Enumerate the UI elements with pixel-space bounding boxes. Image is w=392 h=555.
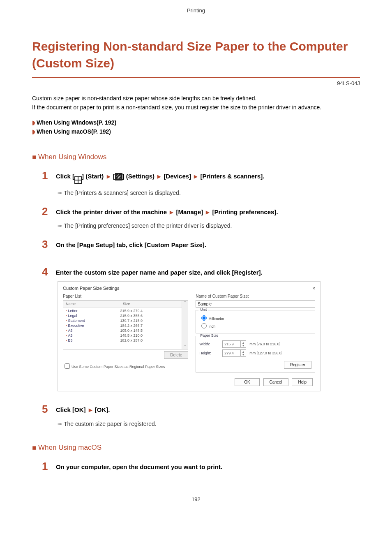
step1-mid1: ] (Start) [82, 173, 106, 180]
paper-list-row[interactable]: B5182.0 x 257.0 [63, 338, 188, 343]
svg-point-0 [118, 176, 120, 178]
close-icon[interactable]: × [313, 286, 315, 291]
triangle-right-icon: ▶ [89, 407, 92, 412]
step-mac-1-text: On your computer, open the document you … [56, 461, 222, 472]
result-arrow-icon: ➠ [58, 421, 62, 427]
paper-size-group-label: Paper Size [198, 333, 220, 338]
section-windows-heading: ◼When Using Windows [32, 153, 360, 161]
toc-windows-label: When Using Windows(P. 192) [37, 119, 116, 126]
step-5-text: Click [OK] ▶ [OK]. [56, 404, 110, 415]
square-bullet-icon: ◼ [32, 154, 37, 160]
step-1-note: ➠The [Printers & scanners] screen is dis… [58, 190, 360, 196]
paper-row-name: Statement [66, 319, 120, 323]
triangle-right-icon: ▶ [157, 174, 161, 179]
paper-row-name: B5 [66, 338, 120, 342]
page-title: Registering Non-standard Size Paper to t… [32, 38, 360, 78]
width-range: mm [76.0 to 216.0] [249, 342, 280, 346]
toc-link-macos[interactable]: ◗When Using macOS(P. 192) [32, 127, 360, 136]
step5-b: [OK]. [93, 406, 110, 413]
regional-checkbox-label: Use Some Custom Paper Sizes as Regional … [71, 365, 165, 369]
paper-list-row[interactable]: A5148.5 x 210.0 [63, 333, 188, 338]
step-3-text: On the [Page Setup] tab, click [Custom P… [56, 239, 206, 250]
play-bullet-icon: ◗ [32, 119, 35, 126]
step-number-5: 5 [42, 404, 50, 414]
step5-a: Click [OK] [56, 406, 88, 413]
regional-checkbox[interactable] [65, 363, 70, 369]
paper-row-size: 184.2 x 266.7 [120, 324, 185, 328]
height-value: 279.4 [223, 351, 240, 355]
svg-line-7 [117, 178, 118, 178]
height-label: Height: [199, 351, 219, 355]
col-name-header: Name [63, 301, 120, 307]
page-number: 192 [32, 496, 360, 502]
step-number-1: 1 [42, 170, 50, 181]
svg-line-6 [120, 178, 120, 178]
custom-name-input[interactable] [196, 300, 315, 308]
toc-link-windows[interactable]: ◗When Using Windows(P. 192) [32, 118, 360, 127]
svg-line-8 [120, 175, 120, 175]
step1-note-text: The [Printers & scanners] screen is disp… [64, 190, 181, 196]
paper-row-name: Executive [66, 324, 120, 328]
delete-button[interactable]: Delete [164, 351, 188, 359]
header-category: Printing [32, 7, 360, 14]
step1-mid3: ] (Settings) [122, 173, 157, 180]
section-windows-label: When Using Windows [38, 153, 106, 161]
col-size-header: Size [120, 301, 188, 307]
dialog-title: Custom Paper Size Settings [63, 286, 120, 291]
paper-list-row[interactable]: Statement139.7 x 215.9 [63, 318, 188, 323]
register-button[interactable]: Register [284, 361, 311, 369]
unit-inch-radio[interactable] [201, 323, 207, 328]
custom-paper-size-dialog: Custom Paper Size Settings × Paper List:… [58, 281, 321, 391]
paper-row-size: 215.9 x 279.4 [120, 309, 185, 313]
width-input[interactable]: 215.9▴▾ [222, 340, 246, 348]
triangle-right-icon: ▶ [206, 210, 209, 215]
paper-row-size: 182.0 x 257.0 [120, 338, 185, 342]
paper-list-row[interactable]: Legal215.9 x 355.6 [63, 313, 188, 318]
ok-button[interactable]: OK [235, 378, 259, 386]
play-bullet-icon: ◗ [32, 128, 35, 135]
svg-line-5 [117, 175, 118, 175]
step-4-text: Enter the custom size paper name and pap… [56, 266, 263, 278]
unit-inch-label: Inch [208, 324, 215, 328]
step-2-note: ➠The [Printing preferences] screen of th… [58, 222, 360, 229]
section-macos-heading: ◼When Using macOS [32, 444, 360, 452]
spinner-arrows-icon[interactable]: ▴▾ [240, 350, 246, 356]
width-label: Width: [199, 342, 219, 346]
help-button[interactable]: Help [292, 378, 313, 386]
step1-printers: [Printers & scanners]. [198, 173, 264, 180]
cancel-button[interactable]: Cancel [263, 378, 288, 386]
spinner-arrows-icon[interactable]: ▴▾ [240, 341, 246, 347]
custom-name-label: Name of Custom Paper Size: [196, 294, 315, 298]
paper-row-name: Letter [66, 309, 120, 313]
step1-mid2: [ [111, 173, 115, 180]
paper-row-name: A6 [66, 328, 120, 333]
paper-list[interactable]: Name Size Letter215.9 x 279.4Legal215.9 … [63, 300, 188, 349]
step2-note-text: The [Printing preferences] screen of the… [64, 222, 232, 229]
step-number-mac-1: 1 [42, 461, 50, 472]
step5-note-text: The custom size paper is registered. [64, 421, 157, 427]
paper-row-size: 148.5 x 210.0 [120, 333, 185, 338]
scrollbar[interactable]: ˄˅ [182, 301, 188, 349]
intro-text: Custom size paper is non-standard size p… [32, 94, 360, 112]
paper-row-size: 215.9 x 355.6 [120, 314, 185, 318]
result-arrow-icon: ➠ [58, 222, 62, 229]
step2-manage: [Manage] [174, 208, 205, 215]
settings-gear-icon [115, 173, 122, 180]
result-arrow-icon: ➠ [58, 190, 62, 196]
document-code: 94LS-04J [32, 80, 360, 86]
paper-list-row[interactable]: A6105.0 x 148.5 [63, 328, 188, 333]
step-number-2: 2 [42, 206, 50, 217]
step2-pref: [Printing preferences]. [210, 208, 278, 215]
paper-list-row[interactable]: Letter215.9 x 279.4 [63, 308, 188, 313]
paper-row-size: 105.0 x 148.5 [120, 328, 185, 333]
height-range: mm [127.0 to 356.0] [249, 351, 282, 355]
height-input[interactable]: 279.4▴▾ [222, 349, 246, 357]
unit-group-label: Unit [198, 308, 208, 312]
paper-list-row[interactable]: Executive184.2 x 266.7 [63, 323, 188, 328]
width-value: 215.9 [223, 342, 240, 346]
step-1-text: Click [] (Start) ▶ [] (Settings) ▶ [Devi… [56, 170, 264, 184]
unit-mm-radio[interactable] [201, 315, 207, 321]
triangle-right-icon: ▶ [194, 174, 197, 179]
intro-line1: Custom size paper is non-standard size p… [32, 95, 256, 102]
step1-pre: Click [ [56, 173, 74, 180]
